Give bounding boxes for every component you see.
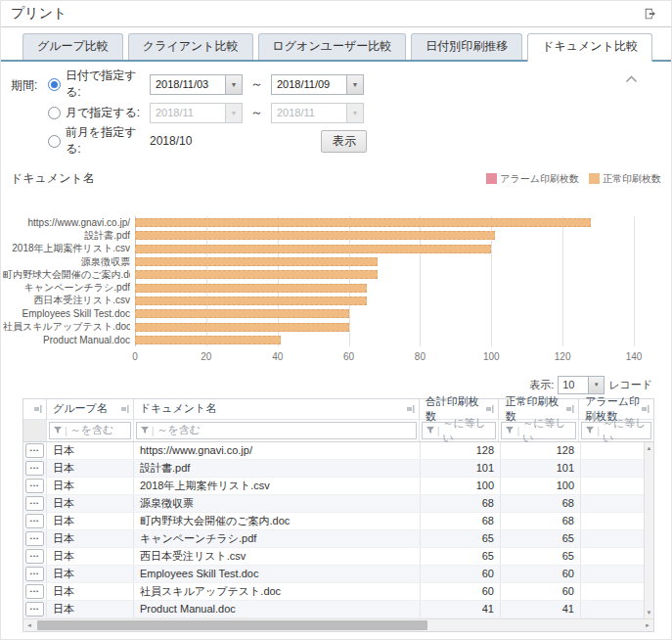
scroll-left-icon[interactable]: ◄ <box>23 622 35 628</box>
cell-total-prints: 101 <box>421 460 501 477</box>
pin-icon[interactable] <box>642 405 650 413</box>
chart-category-label: 設計書.pdf <box>3 229 130 243</box>
filter-input-normal-prints[interactable]: |～に等しい <box>501 422 576 439</box>
scroll-down-icon[interactable]: ▼ <box>647 608 652 617</box>
chart-category-label: キャンペーンチラシ.pdf <box>3 281 130 295</box>
tab-group-comparison[interactable]: グループ比較 <box>22 33 123 60</box>
cell-alarm-prints <box>581 442 644 459</box>
funnel-icon[interactable] <box>426 427 434 434</box>
dropdown-button[interactable]: ▼ <box>588 377 604 393</box>
filter-input-alarm-prints[interactable]: |～に等しい <box>581 422 651 439</box>
period-filter-panel: 期間: 日付で指定する: 2018/11/03 ▼ ～ 2018/11/09 ▼… <box>1 62 671 162</box>
dropdown-button[interactable]: ▼ <box>346 104 363 122</box>
row-menu-button[interactable]: ••• <box>25 514 44 528</box>
export-button[interactable] <box>642 5 659 23</box>
dropdown-button[interactable]: ▼ <box>225 104 242 122</box>
radio-specify-previous-month[interactable] <box>48 135 61 148</box>
header-document-name[interactable]: ドキュメント名 <box>134 399 420 419</box>
bar-normal-prints[interactable] <box>135 309 349 318</box>
scroll-right-icon[interactable]: ► <box>642 622 653 628</box>
cell-group-name: 日本 <box>47 566 134 582</box>
cell-total-prints: 100 <box>421 478 501 494</box>
row-menu-button[interactable]: ••• <box>25 496 44 511</box>
month-from-picker[interactable]: 2018/11 ▼ <box>150 103 243 123</box>
row-menu-button[interactable]: ••• <box>25 461 44 476</box>
funnel-icon[interactable] <box>54 427 62 434</box>
cell-total-prints: 68 <box>421 495 501 512</box>
date-from-picker[interactable]: 2018/11/03 ▼ <box>150 74 243 95</box>
show-button[interactable]: 表示 <box>321 130 367 153</box>
bar-normal-prints[interactable] <box>135 231 495 240</box>
cell-total-prints: 68 <box>421 513 501 529</box>
radio-specify-by-month[interactable] <box>48 107 61 119</box>
header-group-name[interactable]: グループ名 <box>47 399 134 419</box>
cell-alarm-prints <box>581 495 644 512</box>
filter-input-group-name[interactable]: |～を含む <box>49 422 131 439</box>
bar-normal-prints[interactable] <box>135 323 349 332</box>
chart-category-label: https://www.gnavi.co.jp/ <box>3 217 130 228</box>
bar-normal-prints[interactable] <box>135 270 378 279</box>
bar-normal-prints[interactable] <box>135 297 367 305</box>
row-menu-button[interactable]: ••• <box>25 531 44 546</box>
header-row-menu[interactable] <box>23 399 47 419</box>
chart-row: Employees Skill Test.doc <box>135 307 634 320</box>
row-menu-button[interactable]: ••• <box>25 479 44 493</box>
tab-document-comparison[interactable]: ドキュメント比較 <box>527 33 652 62</box>
pin-icon[interactable] <box>486 405 494 413</box>
data-table: グループ名 ドキュメント名 合計印刷枚数 正常印刷枚数 アラーム印刷枚数 |～を… <box>22 398 654 632</box>
table-filter-row: |～を含む |～を含む |～に等しい |～に等しい |～に等しい <box>23 419 653 442</box>
pin-icon[interactable] <box>34 405 42 413</box>
table-body: •••日本https://www.gnavi.co.jp/128128 •••日… <box>23 442 653 618</box>
page-size-select[interactable]: 10 ▼ <box>558 376 605 394</box>
tab-print-trend-by-date[interactable]: 日付別印刷推移 <box>411 33 522 60</box>
pin-icon[interactable] <box>121 405 129 413</box>
filter-row-by-month: 月で指定する: 2018/11 ▼ ～ 2018/11 ▼ <box>48 102 661 123</box>
previous-month-value: 2018/10 <box>150 134 192 148</box>
collapse-panel-button[interactable] <box>623 73 640 85</box>
funnel-icon[interactable] <box>141 427 149 434</box>
bar-normal-prints[interactable] <box>135 218 591 227</box>
vertical-scrollbar[interactable]: ▲ ▼ <box>644 442 653 618</box>
legend-swatch-normal <box>589 173 600 184</box>
cell-normal-prints: 128 <box>501 442 581 459</box>
scrollbar-thumb[interactable] <box>37 620 427 630</box>
x-tick-label: 140 <box>626 351 643 362</box>
legend-label: アラーム印刷枚数 <box>500 172 579 186</box>
cell-total-prints: 41 <box>421 601 501 617</box>
horizontal-scrollbar[interactable]: ◄ ► <box>23 618 653 631</box>
dropdown-button[interactable]: ▼ <box>346 75 363 94</box>
pin-icon[interactable] <box>407 405 415 413</box>
funnel-icon[interactable] <box>586 427 594 434</box>
month-to-picker[interactable]: 2018/11 ▼ <box>271 103 364 123</box>
cell-alarm-prints <box>581 583 644 600</box>
row-menu-button[interactable]: ••• <box>25 602 44 617</box>
tab-logon-user-comparison[interactable]: ログオンユーザー比較 <box>258 33 407 60</box>
row-menu-button[interactable]: ••• <box>25 584 44 599</box>
cell-group-name: 日本 <box>47 495 134 512</box>
row-menu-button[interactable]: ••• <box>25 567 44 581</box>
filter-input-document-name[interactable]: |～を含む <box>136 422 417 439</box>
pin-icon[interactable] <box>566 405 574 413</box>
row-menu-button[interactable]: ••• <box>25 549 44 564</box>
chart-row: キャンペーンチラシ.pdf <box>135 281 634 294</box>
filter-cell: |～に等しい <box>499 420 579 441</box>
filter-cell: |～を含む <box>47 420 134 441</box>
radio-specify-by-date[interactable] <box>48 78 61 91</box>
filter-cell: |～に等しい <box>579 420 653 441</box>
funnel-icon[interactable] <box>506 427 514 434</box>
filter-input-total-prints[interactable]: |～に等しい <box>422 422 497 439</box>
cell-document-name: 源泉徴収票 <box>134 495 421 512</box>
row-menu-button[interactable]: ••• <box>25 443 44 458</box>
bar-normal-prints[interactable] <box>135 336 281 344</box>
bar-normal-prints[interactable] <box>135 257 378 266</box>
bar-normal-prints[interactable] <box>135 284 367 293</box>
bar-normal-prints[interactable] <box>135 245 491 253</box>
date-to-picker[interactable]: 2018/11/09 ▼ <box>271 74 364 95</box>
cell-alarm-prints <box>581 478 644 494</box>
cell-group-name: 日本 <box>47 583 134 600</box>
dropdown-button[interactable]: ▼ <box>225 75 242 94</box>
tab-client-comparison[interactable]: クライアント比較 <box>128 33 253 60</box>
chart-category-label: 社員スキルアップテスト.doc <box>3 320 130 334</box>
table-row: •••日本西日本受注リスト.csv6565 <box>23 548 644 566</box>
scroll-up-icon[interactable]: ▲ <box>647 443 652 453</box>
